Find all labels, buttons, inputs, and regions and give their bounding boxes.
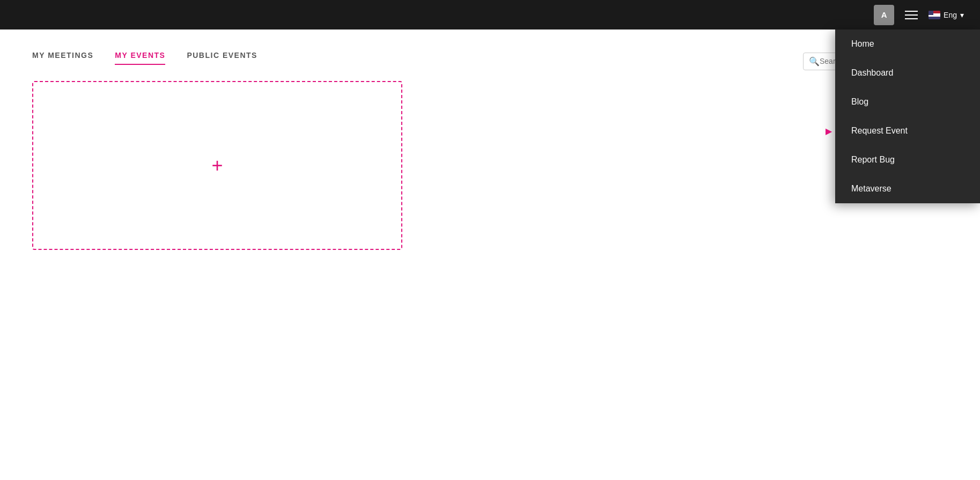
hamburger-line-3 [905,18,918,19]
menu-item-blog[interactable]: Blog [835,87,980,116]
dropdown-menu: Home Dashboard Blog ▶ Request Event Repo… [835,29,980,203]
language-button[interactable]: Eng ▾ [929,11,964,19]
search-icon: 🔍 [809,57,820,66]
menu-item-dashboard-label: Dashboard [851,68,893,78]
tab-my-events[interactable]: MY EVENTS [115,51,165,65]
menu-item-report-bug-label: Report Bug [851,155,895,165]
menu-item-home-label: Home [851,39,874,49]
menu-item-home[interactable]: Home [835,29,980,58]
top-bar: A Eng ▾ [0,0,980,29]
lang-label: Eng [944,11,957,19]
add-event-icon: + [211,154,223,177]
menu-item-dashboard[interactable]: Dashboard [835,58,980,87]
menu-item-report-bug[interactable]: Report Bug [835,145,980,174]
hamburger-line-2 [905,14,918,16]
main-content: MY MEETINGS MY EVENTS PUBLIC EVENTS 🔍 + … [0,29,980,271]
arrow-indicator-icon: ▶ [826,126,832,136]
menu-item-metaverse[interactable]: Metaverse [835,174,980,203]
tab-my-meetings[interactable]: MY MEETINGS [32,51,93,65]
hamburger-line-1 [905,11,918,12]
tab-public-events[interactable]: PUBLIC EVENTS [187,51,257,65]
add-event-card[interactable]: + [32,81,402,250]
lang-chevron-icon: ▾ [960,11,964,19]
menu-item-request-event[interactable]: ▶ Request Event [835,116,980,145]
menu-item-blog-label: Blog [851,97,868,107]
hamburger-button[interactable] [903,9,920,21]
avatar-label: A [881,10,887,19]
avatar-button[interactable]: A [874,5,894,25]
menu-item-request-event-label: Request Event [851,126,908,136]
menu-item-metaverse-label: Metaverse [851,184,891,194]
flag-icon [929,11,940,19]
search-button[interactable]: 🔍 [809,56,820,67]
